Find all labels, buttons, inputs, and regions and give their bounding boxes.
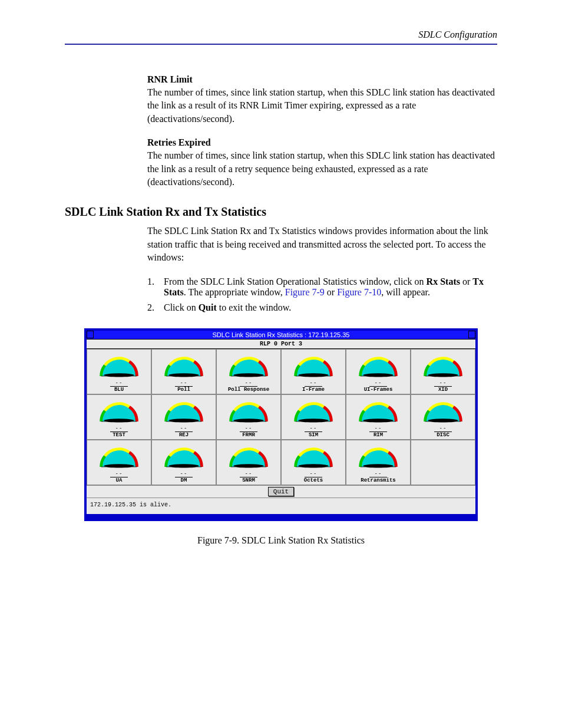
gauge-label: SNRM xyxy=(242,477,255,483)
step-2-text: Click on Quit to exit the window. xyxy=(164,302,497,313)
step-1-pre: From the SDLC Link Station Operational S… xyxy=(164,276,427,286)
gauge-cell xyxy=(411,440,475,485)
gauge-value: -- xyxy=(310,471,318,477)
gauge-value: -- xyxy=(245,471,253,477)
section-body-sdlc: The SDLC Link Station Rx and Tx Statisti… xyxy=(65,225,497,264)
header-rule xyxy=(65,44,497,45)
gauge-value: -- xyxy=(375,426,382,431)
step-1-number: 1. xyxy=(147,276,164,298)
gauge-value: -- xyxy=(439,426,447,431)
step-2-end: to exit the window. xyxy=(217,302,292,312)
gauge-cell: --FRMR xyxy=(216,394,281,440)
gauge-cell: --UA xyxy=(87,440,151,485)
gauge-label: Poll Response xyxy=(228,387,269,393)
gauge-icon xyxy=(160,397,207,427)
svg-point-2 xyxy=(168,373,199,377)
gauge-value: -- xyxy=(310,380,318,386)
gauge-label: FRMR xyxy=(242,432,255,438)
gauge-value: -- xyxy=(180,471,188,477)
gauge-icon xyxy=(290,352,337,381)
section-body-rnr: The number of times, since link station … xyxy=(65,86,497,126)
gauge-value: -- xyxy=(375,471,382,477)
gauge-label: BLU xyxy=(114,387,124,393)
svg-point-30 xyxy=(298,464,328,467)
step-2-number: 2. xyxy=(147,302,164,313)
step-2-pre: Click on xyxy=(164,302,199,312)
gauge-icon xyxy=(95,443,143,472)
svg-point-32 xyxy=(363,464,393,467)
status-line: 172.19.125.35 is alive. xyxy=(87,498,475,514)
gauge-label: Poll xyxy=(177,387,190,393)
gauge-icon xyxy=(225,352,272,381)
gauge-label: TEST xyxy=(113,432,125,438)
svg-point-24 xyxy=(104,464,134,467)
gauge-cell: --DISC xyxy=(411,394,475,440)
gauge-cell: --XID xyxy=(411,349,475,394)
gauge-value: -- xyxy=(310,426,318,431)
window-title: SDLC Link Station Rx Statistics : 172.19… xyxy=(213,331,350,338)
gauge-value: -- xyxy=(439,380,447,386)
gauge-cell: --BLU xyxy=(87,349,151,394)
gauge-label: REJ xyxy=(179,432,189,438)
step-1-bold1: Rx Stats xyxy=(427,276,460,286)
step-1-link1[interactable]: Figure 7-9 xyxy=(285,287,325,297)
gauge-icon xyxy=(419,352,467,381)
gauge-icon xyxy=(160,352,207,381)
gauge-icon xyxy=(95,397,143,427)
gauge-label: XID xyxy=(438,387,448,393)
gauge-icon xyxy=(225,443,272,472)
gauge-value: -- xyxy=(180,426,188,431)
gauge-cell: --Retransmits xyxy=(346,440,411,485)
section-heading-retries: Retries Expired xyxy=(65,137,497,148)
gauge-icon xyxy=(290,397,337,427)
gauge-icon xyxy=(355,443,402,472)
gauge-label: Retransmits xyxy=(361,477,395,483)
gauge-cell: --Poll xyxy=(151,349,216,394)
page-header: SDLC Configuration xyxy=(65,29,497,40)
step-1-tail: , will appear. xyxy=(381,287,430,297)
svg-point-6 xyxy=(298,373,328,377)
svg-point-28 xyxy=(233,464,263,467)
section-heading-sdlc: SDLC Link Station Rx and Tx Statistics xyxy=(65,205,497,219)
section-body-retries: The number of times, since link station … xyxy=(65,149,497,189)
gauge-value: -- xyxy=(115,471,123,477)
gauge-label: I-Frame xyxy=(302,387,325,393)
gauge-value: -- xyxy=(245,426,253,431)
svg-point-20 xyxy=(363,419,393,422)
gauge-cell: --Octets xyxy=(281,440,346,485)
button-row: Quit xyxy=(87,485,475,498)
svg-point-18 xyxy=(298,419,328,422)
step-2-bold: Quit xyxy=(199,302,217,312)
gauge-cell: --UI-Frames xyxy=(346,349,411,394)
gauge-label: DISC xyxy=(437,432,449,438)
step-1-end: . The appropriate window, xyxy=(184,287,285,297)
section-heading-rnr: RNR Limit xyxy=(65,74,497,85)
gauge-cell: --DM xyxy=(151,440,216,485)
gauge-cell: --SNRM xyxy=(216,440,281,485)
system-menu-icon[interactable] xyxy=(87,331,94,338)
step-1-text: From the SDLC Link Station Operational S… xyxy=(164,276,497,298)
svg-point-22 xyxy=(428,419,458,422)
svg-point-12 xyxy=(104,419,134,422)
step-1-mid: or xyxy=(460,276,472,286)
step-1-link2[interactable]: Figure 7-10 xyxy=(337,287,381,297)
gauge-label: UA xyxy=(116,477,123,483)
step-1-or: or xyxy=(325,287,337,297)
gauge-value: -- xyxy=(375,380,382,386)
figure-window: SDLC Link Station Rx Statistics : 172.19… xyxy=(84,328,478,521)
gauge-label: DM xyxy=(181,477,187,483)
gauge-cell: --TEST xyxy=(87,394,151,440)
svg-point-16 xyxy=(233,419,263,422)
gauge-icon xyxy=(290,443,337,472)
gauge-icon xyxy=(355,352,402,381)
gauge-cell: --RIM xyxy=(346,394,411,440)
gauge-label: Octets xyxy=(304,477,323,483)
svg-point-10 xyxy=(428,373,458,377)
gauge-icon xyxy=(160,443,207,472)
window-subtitle: RLP 0 Port 3 xyxy=(87,340,475,349)
gauge-label: RIM xyxy=(373,432,383,438)
window-control-icon[interactable] xyxy=(468,331,475,338)
quit-button[interactable]: Quit xyxy=(268,487,294,496)
gauge-cell: --Poll Response xyxy=(216,349,281,394)
gauge-value: -- xyxy=(115,380,123,386)
